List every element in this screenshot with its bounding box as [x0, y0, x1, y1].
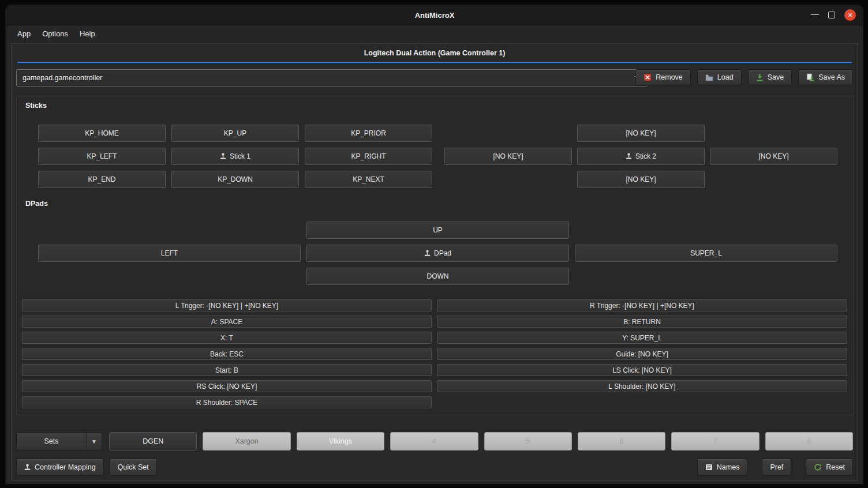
profile-combobox-value: gamepad.gamecontroller [23, 74, 634, 82]
button-start[interactable]: Start: B [22, 364, 432, 376]
profile-combobox[interactable]: gamepad.gamecontroller [16, 69, 648, 87]
joystick-icon [424, 250, 431, 257]
window-title: AntiMicroX [415, 11, 455, 20]
list-icon [705, 464, 713, 471]
set-tab-6[interactable]: 6 [578, 432, 665, 451]
controller-tab-underline [17, 62, 852, 63]
footer-bar: Controller Mapping Quick Set Names Pref … [16, 459, 853, 476]
dpad-down-button[interactable]: DOWN [306, 268, 569, 285]
dpads-section-label: DPads [25, 200, 48, 208]
remove-profile-button[interactable]: Remove [635, 69, 691, 85]
stick2-center-button[interactable]: Stick 2 [577, 148, 705, 165]
main-panel: Logitech Dual Action (Game Controller 1)… [11, 43, 858, 481]
dpad-left-button[interactable]: LEFT [38, 245, 301, 262]
trigger-r-button[interactable]: R Trigger: -[NO KEY] | +[NO KEY] [437, 299, 847, 311]
window-controls: — ✕ [811, 5, 856, 25]
stick2-up-button[interactable]: [NO KEY] [577, 125, 705, 142]
controller-mapping-label: Controller Mapping [35, 463, 96, 471]
stick1-center-button[interactable]: Stick 1 [171, 148, 299, 165]
joystick-icon [220, 153, 226, 160]
remove-icon [643, 73, 652, 81]
dpad-up-button[interactable]: UP [306, 222, 569, 239]
quick-set-button[interactable]: Quick Set [110, 459, 157, 476]
footer-right-group: Names Pref Reset [697, 459, 853, 476]
save-as-profile-label: Save As [818, 73, 845, 81]
load-profile-button[interactable]: Load [697, 69, 742, 85]
minimize-icon[interactable]: — [811, 9, 819, 18]
save-profile-button[interactable]: Save [748, 69, 792, 85]
reset-button[interactable]: Reset [806, 459, 853, 476]
button-b[interactable]: B: RETURN [437, 316, 847, 328]
quick-set-label: Quick Set [118, 463, 149, 471]
dpad-label: DPad [434, 249, 451, 257]
stick1-down-button[interactable]: KP_DOWN [171, 171, 299, 188]
chevron-down-icon: ▼ [86, 433, 102, 450]
sets-dropdown-label: Sets [17, 433, 86, 450]
stick2-right-button[interactable]: [NO KEY] [710, 148, 837, 165]
profile-actions: Remove Load Save Save As [635, 69, 853, 85]
dpad-center-button[interactable]: DPad [306, 245, 569, 262]
stick1-up-left-button[interactable]: KP_HOME [38, 125, 166, 142]
set-tab-vikings[interactable]: Vikings [297, 432, 384, 451]
save-icon [756, 73, 764, 81]
names-button[interactable]: Names [697, 459, 748, 476]
stick1-right-button[interactable]: KP_RIGHT [305, 148, 432, 165]
antimicrox-window: AntiMicroX — ✕ App Options Help Logitech… [6, 5, 863, 485]
button-x[interactable]: X: T [22, 332, 432, 344]
menu-help[interactable]: Help [74, 28, 100, 40]
controller-tab-title: Logitech Dual Action (Game Controller 1) [12, 49, 858, 57]
set-tab-8[interactable]: 8 [765, 432, 853, 451]
dpad-right-button[interactable]: SUPER_L [575, 245, 837, 262]
stick2-label: Stick 2 [635, 152, 656, 160]
save-profile-label: Save [768, 73, 784, 81]
reset-label: Reset [826, 463, 845, 471]
menu-app[interactable]: App [12, 28, 36, 40]
l-shoulder-button[interactable]: L Shoulder: [NO KEY] [437, 380, 847, 392]
r-shoulder-button[interactable]: R Shoulder: SPACE [22, 396, 432, 408]
button-a[interactable]: A: SPACE [22, 316, 432, 328]
set-tab-dgen[interactable]: DGEN [109, 432, 197, 451]
load-icon [705, 74, 713, 81]
set-tab-5[interactable]: 5 [484, 432, 572, 451]
stick1-down-left-button[interactable]: KP_END [38, 171, 166, 188]
titlebar[interactable]: AntiMicroX — ✕ [6, 5, 863, 25]
pref-label: Pref [770, 463, 783, 471]
stick2-left-button[interactable]: [NO KEY] [444, 148, 572, 165]
rs-click-button[interactable]: RS Click: [NO KEY] [22, 380, 432, 392]
joystick-icon [626, 153, 632, 160]
footer-left-group: Controller Mapping Quick Set [16, 459, 157, 476]
set-tab-7[interactable]: 7 [671, 432, 759, 451]
names-label: Names [717, 463, 740, 471]
button-y[interactable]: Y: SUPER_L [437, 332, 847, 344]
stick1-down-right-button[interactable]: KP_NEXT [305, 171, 432, 188]
menu-bar: App Options Help [6, 25, 863, 42]
close-icon[interactable]: ✕ [844, 9, 856, 21]
button-guide[interactable]: Guide: [NO KEY] [437, 348, 847, 360]
button-back[interactable]: Back: ESC [22, 348, 432, 360]
stick1-label: Stick 1 [230, 152, 250, 160]
trigger-l-button[interactable]: L Trigger: -[NO KEY] | +[NO KEY] [22, 299, 432, 311]
remove-profile-label: Remove [656, 73, 683, 81]
save-as-profile-button[interactable]: Save As [798, 69, 853, 85]
reset-icon [814, 463, 822, 471]
set-tab-4[interactable]: 4 [390, 432, 478, 451]
maximize-icon[interactable] [828, 12, 835, 18]
ls-click-button[interactable]: LS Click: [NO KEY] [437, 364, 847, 376]
stick2-down-button[interactable]: [NO KEY] [577, 171, 705, 188]
save-as-icon [806, 73, 814, 81]
sticks-section-label: Sticks [25, 102, 47, 110]
stick1-up-button[interactable]: KP_UP [171, 125, 299, 142]
pref-button[interactable]: Pref [762, 459, 791, 476]
sets-dropdown[interactable]: Sets ▼ [16, 432, 102, 451]
menu-options[interactable]: Options [37, 28, 73, 40]
load-profile-label: Load [717, 73, 734, 81]
gamepad-icon [24, 464, 31, 471]
stick1-up-right-button[interactable]: KP_PRIOR [305, 125, 432, 142]
set-tab-xargon[interactable]: Xargon [203, 432, 290, 451]
sets-row: Sets ▼ DGEN Xargon Vikings 4 5 6 7 8 [16, 432, 853, 451]
controller-mapping-button[interactable]: Controller Mapping [16, 459, 104, 476]
stick1-left-button[interactable]: KP_LEFT [38, 148, 166, 165]
